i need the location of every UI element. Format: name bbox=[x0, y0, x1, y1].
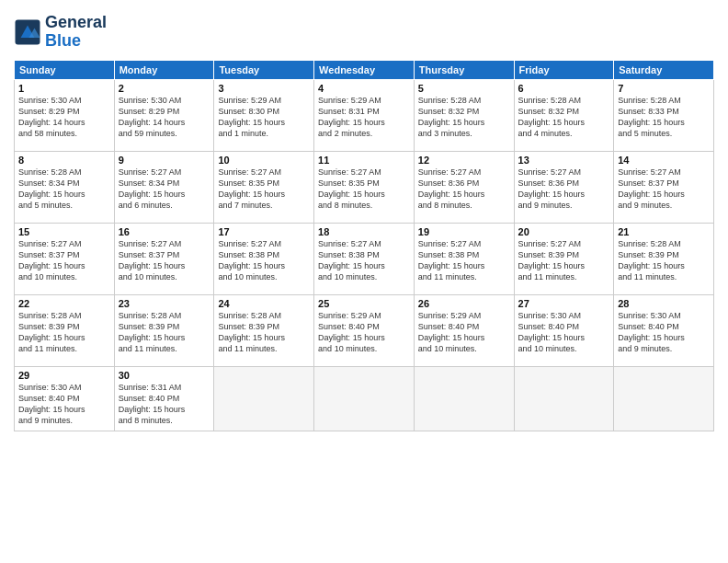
day-number: 20 bbox=[518, 226, 610, 237]
calendar-cell: 27Sunrise: 5:30 AM Sunset: 8:40 PM Dayli… bbox=[514, 294, 614, 366]
calendar-cell: 7Sunrise: 5:28 AM Sunset: 8:33 PM Daylig… bbox=[614, 79, 714, 151]
day-number: 19 bbox=[418, 226, 510, 237]
day-header-monday: Monday bbox=[114, 60, 214, 79]
day-header-tuesday: Tuesday bbox=[214, 60, 314, 79]
calendar-cell: 20Sunrise: 5:27 AM Sunset: 8:39 PM Dayli… bbox=[514, 223, 614, 294]
day-number: 23 bbox=[119, 298, 210, 309]
calendar-cell bbox=[614, 366, 714, 431]
calendar-cell: 24Sunrise: 5:28 AM Sunset: 8:39 PM Dayli… bbox=[214, 294, 314, 366]
day-info: Sunrise: 5:27 AM Sunset: 8:37 PM Dayligh… bbox=[618, 167, 710, 212]
day-info: Sunrise: 5:31 AM Sunset: 8:40 PM Dayligh… bbox=[119, 382, 210, 427]
day-info: Sunrise: 5:29 AM Sunset: 8:40 PM Dayligh… bbox=[318, 310, 410, 355]
calendar-cell: 15Sunrise: 5:27 AM Sunset: 8:37 PM Dayli… bbox=[15, 223, 115, 294]
day-info: Sunrise: 5:27 AM Sunset: 8:37 PM Dayligh… bbox=[119, 238, 210, 283]
calendar-cell: 17Sunrise: 5:27 AM Sunset: 8:38 PM Dayli… bbox=[214, 223, 314, 294]
day-info: Sunrise: 5:30 AM Sunset: 8:40 PM Dayligh… bbox=[618, 310, 710, 355]
day-number: 29 bbox=[18, 370, 110, 381]
day-info: Sunrise: 5:29 AM Sunset: 8:40 PM Dayligh… bbox=[418, 310, 510, 355]
logo-text: General Blue bbox=[45, 14, 107, 51]
calendar-cell bbox=[414, 366, 514, 431]
day-info: Sunrise: 5:30 AM Sunset: 8:29 PM Dayligh… bbox=[18, 95, 110, 140]
day-info: Sunrise: 5:28 AM Sunset: 8:32 PM Dayligh… bbox=[418, 95, 510, 140]
day-info: Sunrise: 5:28 AM Sunset: 8:34 PM Dayligh… bbox=[18, 167, 110, 212]
calendar-cell: 23Sunrise: 5:28 AM Sunset: 8:39 PM Dayli… bbox=[114, 294, 214, 366]
day-info: Sunrise: 5:27 AM Sunset: 8:38 PM Dayligh… bbox=[218, 238, 310, 283]
calendar-cell: 11Sunrise: 5:27 AM Sunset: 8:35 PM Dayli… bbox=[314, 151, 415, 223]
day-number: 16 bbox=[119, 226, 210, 237]
calendar-cell: 28Sunrise: 5:30 AM Sunset: 8:40 PM Dayli… bbox=[614, 294, 714, 366]
day-number: 1 bbox=[18, 83, 110, 94]
day-header-friday: Friday bbox=[514, 60, 614, 79]
calendar-cell: 16Sunrise: 5:27 AM Sunset: 8:37 PM Dayli… bbox=[114, 223, 214, 294]
day-number: 11 bbox=[318, 155, 410, 166]
calendar-cell: 19Sunrise: 5:27 AM Sunset: 8:38 PM Dayli… bbox=[414, 223, 514, 294]
calendar-cell: 30Sunrise: 5:31 AM Sunset: 8:40 PM Dayli… bbox=[114, 366, 214, 431]
day-info: Sunrise: 5:27 AM Sunset: 8:39 PM Dayligh… bbox=[518, 238, 610, 283]
day-number: 2 bbox=[119, 83, 210, 94]
calendar-cell: 3Sunrise: 5:29 AM Sunset: 8:30 PM Daylig… bbox=[214, 79, 314, 151]
day-info: Sunrise: 5:30 AM Sunset: 8:40 PM Dayligh… bbox=[18, 382, 110, 427]
day-number: 5 bbox=[418, 83, 510, 94]
day-number: 10 bbox=[218, 155, 310, 166]
day-number: 14 bbox=[618, 155, 710, 166]
logo-icon bbox=[14, 18, 41, 46]
calendar-cell: 9Sunrise: 5:27 AM Sunset: 8:34 PM Daylig… bbox=[114, 151, 214, 223]
calendar-cell: 25Sunrise: 5:29 AM Sunset: 8:40 PM Dayli… bbox=[314, 294, 415, 366]
day-number: 28 bbox=[618, 298, 710, 309]
calendar-table: SundayMondayTuesdayWednesdayThursdayFrid… bbox=[14, 60, 714, 431]
day-header-sunday: Sunday bbox=[15, 60, 115, 79]
day-info: Sunrise: 5:27 AM Sunset: 8:35 PM Dayligh… bbox=[218, 167, 310, 212]
day-header-wednesday: Wednesday bbox=[314, 60, 415, 79]
calendar-cell: 18Sunrise: 5:27 AM Sunset: 8:38 PM Dayli… bbox=[314, 223, 415, 294]
day-number: 7 bbox=[618, 83, 710, 94]
day-info: Sunrise: 5:27 AM Sunset: 8:35 PM Dayligh… bbox=[318, 167, 410, 212]
day-info: Sunrise: 5:27 AM Sunset: 8:38 PM Dayligh… bbox=[318, 238, 410, 283]
day-number: 8 bbox=[18, 155, 110, 166]
day-info: Sunrise: 5:27 AM Sunset: 8:37 PM Dayligh… bbox=[18, 238, 110, 283]
calendar-cell: 21Sunrise: 5:28 AM Sunset: 8:39 PM Dayli… bbox=[614, 223, 714, 294]
day-number: 15 bbox=[18, 226, 110, 237]
calendar-cell bbox=[314, 366, 415, 431]
calendar-cell: 6Sunrise: 5:28 AM Sunset: 8:32 PM Daylig… bbox=[514, 79, 614, 151]
calendar-cell: 12Sunrise: 5:27 AM Sunset: 8:36 PM Dayli… bbox=[414, 151, 514, 223]
day-number: 26 bbox=[418, 298, 510, 309]
day-info: Sunrise: 5:29 AM Sunset: 8:30 PM Dayligh… bbox=[218, 95, 310, 140]
day-info: Sunrise: 5:27 AM Sunset: 8:38 PM Dayligh… bbox=[418, 238, 510, 283]
day-info: Sunrise: 5:28 AM Sunset: 8:39 PM Dayligh… bbox=[18, 310, 110, 355]
day-number: 18 bbox=[318, 226, 410, 237]
calendar-cell: 14Sunrise: 5:27 AM Sunset: 8:37 PM Dayli… bbox=[614, 151, 714, 223]
calendar-cell: 8Sunrise: 5:28 AM Sunset: 8:34 PM Daylig… bbox=[15, 151, 115, 223]
day-number: 9 bbox=[119, 155, 210, 166]
day-info: Sunrise: 5:28 AM Sunset: 8:33 PM Dayligh… bbox=[618, 95, 710, 140]
calendar-cell: 5Sunrise: 5:28 AM Sunset: 8:32 PM Daylig… bbox=[414, 79, 514, 151]
day-info: Sunrise: 5:27 AM Sunset: 8:34 PM Dayligh… bbox=[119, 167, 210, 212]
calendar-cell bbox=[214, 366, 314, 431]
calendar-cell: 10Sunrise: 5:27 AM Sunset: 8:35 PM Dayli… bbox=[214, 151, 314, 223]
day-number: 17 bbox=[218, 226, 310, 237]
day-number: 13 bbox=[518, 155, 610, 166]
day-number: 24 bbox=[218, 298, 310, 309]
day-number: 6 bbox=[518, 83, 610, 94]
calendar-cell: 1Sunrise: 5:30 AM Sunset: 8:29 PM Daylig… bbox=[15, 79, 115, 151]
day-header-saturday: Saturday bbox=[614, 60, 714, 79]
day-info: Sunrise: 5:27 AM Sunset: 8:36 PM Dayligh… bbox=[418, 167, 510, 212]
calendar-cell: 29Sunrise: 5:30 AM Sunset: 8:40 PM Dayli… bbox=[15, 366, 115, 431]
logo: General Blue bbox=[14, 14, 107, 51]
day-number: 30 bbox=[119, 370, 210, 381]
calendar-cell: 22Sunrise: 5:28 AM Sunset: 8:39 PM Dayli… bbox=[15, 294, 115, 366]
calendar-cell: 13Sunrise: 5:27 AM Sunset: 8:36 PM Dayli… bbox=[514, 151, 614, 223]
page-header: General Blue bbox=[14, 14, 714, 51]
day-number: 25 bbox=[318, 298, 410, 309]
calendar-cell: 4Sunrise: 5:29 AM Sunset: 8:31 PM Daylig… bbox=[314, 79, 415, 151]
day-info: Sunrise: 5:28 AM Sunset: 8:39 PM Dayligh… bbox=[119, 310, 210, 355]
day-info: Sunrise: 5:30 AM Sunset: 8:29 PM Dayligh… bbox=[119, 95, 210, 140]
day-number: 12 bbox=[418, 155, 510, 166]
calendar-cell: 26Sunrise: 5:29 AM Sunset: 8:40 PM Dayli… bbox=[414, 294, 514, 366]
calendar-cell bbox=[514, 366, 614, 431]
day-number: 27 bbox=[518, 298, 610, 309]
day-info: Sunrise: 5:29 AM Sunset: 8:31 PM Dayligh… bbox=[318, 95, 410, 140]
day-number: 3 bbox=[218, 83, 310, 94]
day-info: Sunrise: 5:27 AM Sunset: 8:36 PM Dayligh… bbox=[518, 167, 610, 212]
day-number: 22 bbox=[18, 298, 110, 309]
day-info: Sunrise: 5:30 AM Sunset: 8:40 PM Dayligh… bbox=[518, 310, 610, 355]
